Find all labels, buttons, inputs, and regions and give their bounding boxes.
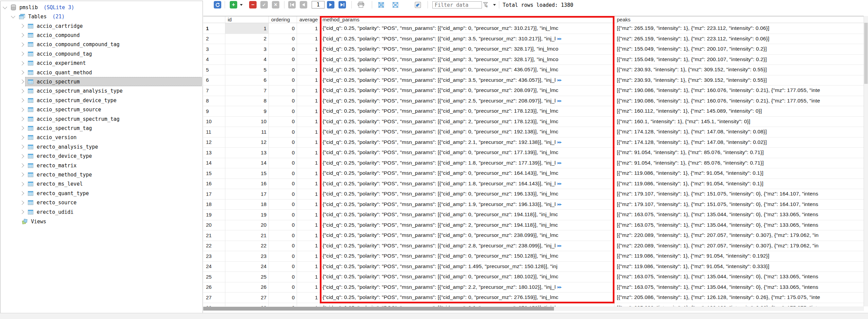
cell-average[interactable]: 1: [297, 292, 320, 303]
cell-average[interactable]: 1: [297, 116, 320, 127]
cell-average[interactable]: 1: [297, 34, 320, 44]
cell-peaks[interactable]: [{"mz": 160.1, "intensity": 1}, {"mz": 1…: [614, 116, 864, 127]
column-header-peaks[interactable]: peaks: [614, 16, 867, 23]
cell-ordering[interactable]: 0: [268, 23, 297, 34]
tree-item-erecto_source[interactable]: erecto_source: [20, 198, 202, 207]
row-number[interactable]: 25: [203, 271, 225, 282]
chevron-right-icon[interactable]: [20, 24, 24, 28]
tree-item-accio_experiment[interactable]: accio_experiment: [20, 59, 202, 68]
row-number[interactable]: 6: [203, 75, 225, 86]
cell-method-params[interactable]: {"cid_q": 0.25, "polarity": "POS", "msn_…: [320, 261, 614, 272]
filter-input[interactable]: [432, 1, 482, 8]
row-number[interactable]: 24: [203, 261, 225, 272]
row-number[interactable]: 16: [203, 179, 225, 189]
column-header-method-params[interactable]: method_params: [320, 16, 617, 23]
tree-item-accio_version[interactable]: accio_version: [20, 133, 202, 142]
cell-average[interactable]: 1: [297, 23, 320, 34]
cell-peaks[interactable]: [{"mz": 119.086, "intensity": 1}, {"mz":…: [614, 251, 864, 261]
cell-id[interactable]: 17: [225, 189, 269, 199]
cell-ordering[interactable]: 0: [268, 34, 297, 44]
chevron-right-icon[interactable]: [20, 154, 24, 158]
tree-item-views[interactable]: Views: [20, 217, 202, 226]
row-number[interactable]: 26: [203, 282, 225, 293]
row-number[interactable]: 27: [203, 292, 225, 303]
tree-item-accio_spectrum_spectrum_tag[interactable]: accio_spectrum_spectrum_tag: [20, 114, 202, 124]
cell-peaks[interactable]: [{"mz": 119.086, "intensity": 1}, {"mz":…: [614, 261, 864, 272]
tree-item-erecto_method_type[interactable]: erecto_method_type: [20, 170, 202, 179]
refresh-button[interactable]: [214, 1, 221, 8]
cell-method-params[interactable]: {"cid_q": 0.25, "polarity": "POS", "msn_…: [320, 189, 614, 199]
cell-id[interactable]: 22: [225, 241, 269, 251]
cell-method-params[interactable]: {"cid_q": 0.25, "polarity": "POS", "msn_…: [320, 75, 614, 86]
cell-ordering[interactable]: 0: [268, 230, 297, 241]
cell-ordering[interactable]: 0: [268, 137, 297, 148]
cell-method-params[interactable]: {"cid_q": 0.25, "polarity": "POS", "msn_…: [320, 147, 614, 158]
cell-id[interactable]: 7: [225, 85, 269, 96]
chevron-right-icon[interactable]: [20, 70, 24, 75]
cell-peaks[interactable]: [{"mz": 155.049, "intensity": 1}, {"mz":…: [614, 54, 864, 65]
cell-peaks[interactable]: [{"mz": 205.086, "intensity": 1}, {"mz":…: [614, 303, 864, 307]
cell-ordering[interactable]: 0: [268, 147, 297, 158]
cell-peaks[interactable]: [{"mz": 163.075, "intensity": 1}, {"mz":…: [614, 271, 864, 282]
cell-method-params[interactable]: {"cid_q": 0.25, "polarity": "POS", "msn_…: [320, 158, 614, 168]
cell-average[interactable]: 1: [297, 199, 320, 210]
cell-average[interactable]: 1: [297, 64, 320, 75]
cell-ordering[interactable]: 0: [268, 303, 297, 307]
cell-ordering[interactable]: 0: [268, 179, 297, 189]
cell-average[interactable]: 1: [297, 127, 320, 137]
row-number[interactable]: 20: [203, 220, 225, 230]
column-header-id[interactable]: id: [225, 16, 271, 23]
cell-average[interactable]: 1: [297, 251, 320, 261]
rollback-button[interactable]: ×: [272, 1, 279, 8]
cell-method-params[interactable]: {"cid_q": 0.25, "polarity": "POS", "msn_…: [320, 44, 614, 54]
cell-ordering[interactable]: 0: [268, 106, 297, 116]
cell-average[interactable]: 1: [297, 96, 320, 106]
cell-id[interactable]: 19: [225, 209, 269, 220]
tree-item-accio_spectrum[interactable]: accio_spectrum: [20, 77, 202, 86]
chevron-right-icon[interactable]: [20, 117, 24, 121]
cell-average[interactable]: 1: [297, 158, 320, 168]
row-number[interactable]: 2: [203, 34, 225, 44]
chevron-right-icon[interactable]: [20, 145, 24, 149]
row-number[interactable]: 10: [203, 116, 225, 127]
cell-method-params[interactable]: {"cid_q": 0.25, "polarity": "POS", "msn_…: [320, 220, 614, 230]
cell-ordering[interactable]: 0: [268, 209, 297, 220]
cell-method-params[interactable]: {"cid_q": 0.25, "polarity": "POS", "msn_…: [320, 303, 614, 307]
cell-method-params[interactable]: {"cid_q": 0.25, "polarity": "POS", "msn_…: [320, 282, 614, 293]
cell-ordering[interactable]: 0: [268, 189, 297, 199]
adjust-grid-alt-button[interactable]: [392, 1, 399, 8]
cell-average[interactable]: 1: [297, 106, 320, 116]
row-number[interactable]: 8: [203, 96, 225, 106]
commit-button[interactable]: ✓: [260, 1, 268, 8]
cell-ordering[interactable]: 0: [268, 251, 297, 261]
cell-method-params[interactable]: {"cid_q": 0.25, "polarity": "POS", "msn_…: [320, 209, 614, 220]
cell-ordering[interactable]: 0: [268, 241, 297, 251]
row-number[interactable]: 23: [203, 251, 225, 261]
cell-peaks[interactable]: [{"mz": 230.93, "intensity": 1}, {"mz": …: [614, 75, 864, 86]
cell-method-params[interactable]: {"cid_q": 0.25, "polarity": "POS", "msn_…: [320, 292, 614, 303]
row-number[interactable]: 19: [203, 209, 225, 220]
cell-average[interactable]: 1: [297, 54, 320, 65]
cell-average[interactable]: 1: [297, 75, 320, 86]
cell-ordering[interactable]: 0: [268, 282, 297, 293]
tree-item-erecto_analysis_type[interactable]: erecto_analysis_type: [20, 142, 202, 151]
tree-item-accio_spectrum_analysis_type[interactable]: accio_spectrum_analysis_type: [20, 87, 202, 96]
tree-item-accio_compound[interactable]: accio_compound: [20, 31, 202, 40]
cell-id[interactable]: 3: [225, 44, 269, 54]
cell-id[interactable]: 5: [225, 64, 269, 75]
cell-id[interactable]: 23: [225, 251, 269, 261]
chevron-right-icon[interactable]: [20, 108, 24, 112]
first-page-button[interactable]: [288, 1, 296, 8]
row-number[interactable]: 21: [203, 230, 225, 241]
cell-ordering[interactable]: 0: [268, 116, 297, 127]
cell-ordering[interactable]: 0: [268, 158, 297, 168]
horizontal-scrollbar-thumb[interactable]: [203, 307, 554, 311]
cell-id[interactable]: 25: [225, 271, 269, 282]
chevron-right-icon[interactable]: [20, 135, 24, 140]
column-header-average[interactable]: average: [297, 16, 323, 23]
cell-peaks[interactable]: [{"mz": 220.089, "intensity": 1}, {"mz":…: [614, 230, 864, 241]
tree-item-accio_spectrum_device_type[interactable]: accio_spectrum_device_type: [20, 96, 202, 105]
column-header-ordering[interactable]: ordering: [268, 16, 299, 23]
chevron-right-icon[interactable]: [20, 33, 24, 38]
cell-id[interactable]: 20: [225, 220, 269, 230]
